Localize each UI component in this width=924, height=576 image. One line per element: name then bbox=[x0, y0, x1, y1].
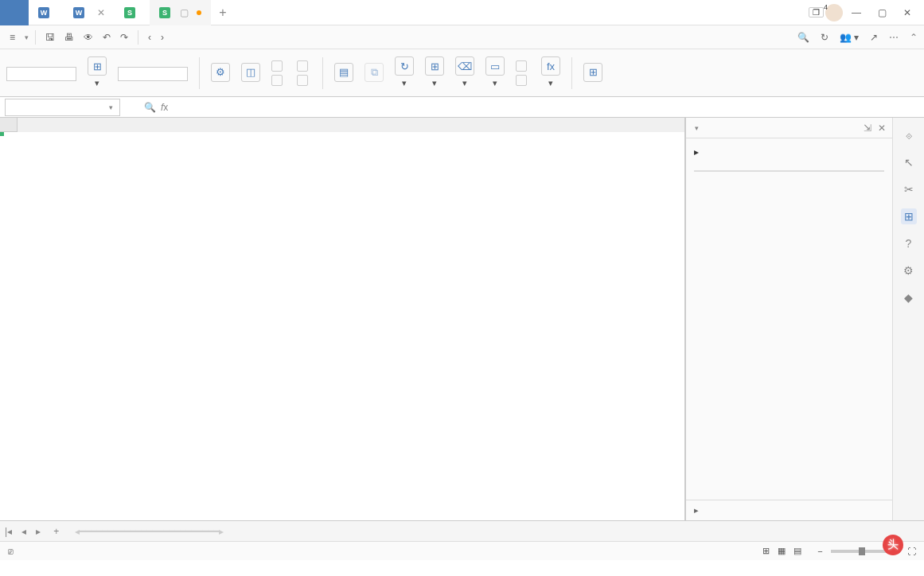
sheet-nav-prev[interactable]: ◂ bbox=[17, 526, 31, 537]
unsync-button[interactable]: ↻ bbox=[821, 32, 828, 43]
view-break-icon[interactable]: ▤ bbox=[793, 546, 801, 556]
redo-icon[interactable]: ↷ bbox=[117, 30, 131, 45]
active-field-input[interactable] bbox=[118, 67, 188, 81]
change-source-button[interactable]: ⊞ ▾ bbox=[425, 56, 444, 88]
side-more-icon[interactable]: ◆ bbox=[901, 290, 917, 306]
fullscreen-icon[interactable]: ⛶ bbox=[907, 547, 916, 556]
menu-icon[interactable]: ≡ bbox=[6, 30, 18, 45]
field-settings-button[interactable]: ⚙ bbox=[211, 63, 230, 84]
undo-icon[interactable]: ↶ bbox=[99, 30, 114, 45]
window-badge[interactable]: ❐4 bbox=[809, 7, 824, 18]
panel-hint bbox=[694, 161, 884, 170]
collapse-ribbon-icon[interactable]: ⌃ bbox=[910, 32, 918, 43]
print-icon[interactable]: 🖶 bbox=[61, 30, 77, 45]
nav-left-icon[interactable]: ‹ bbox=[145, 30, 154, 45]
side-cursor-icon[interactable]: ↖ bbox=[901, 154, 917, 170]
share-button[interactable]: ↗ bbox=[870, 32, 878, 43]
select-all-corner[interactable] bbox=[0, 118, 18, 132]
status-mode-icon: ⎚ bbox=[8, 547, 14, 556]
fx-icon[interactable]: fx bbox=[161, 102, 168, 113]
collapse-field-button[interactable] bbox=[271, 75, 286, 86]
pivot-data-button[interactable]: ⊞ bbox=[583, 63, 602, 84]
coop-button[interactable]: 👥 ▾ bbox=[840, 32, 859, 43]
tab-wb1[interactable]: S bbox=[115, 0, 150, 25]
save-icon[interactable]: 🖫 bbox=[42, 30, 58, 45]
pivot-name-input[interactable] bbox=[6, 67, 76, 81]
side-clip-icon[interactable]: ✂ bbox=[901, 181, 917, 197]
pivot-panel: ▾ ⇲✕ ▸ ▸ bbox=[685, 118, 892, 520]
zoom-slider[interactable] bbox=[831, 550, 887, 553]
hide-button[interactable]: ◫ bbox=[241, 63, 260, 84]
minimize-button[interactable]: — bbox=[844, 3, 868, 22]
refresh-button[interactable]: ↻ ▾ bbox=[395, 56, 414, 88]
fields-items-button[interactable]: fx ▾ bbox=[541, 56, 560, 88]
tab-active[interactable]: S▢ bbox=[150, 0, 211, 25]
pin-icon[interactable]: ⇲ bbox=[864, 123, 871, 134]
move-pivot-button[interactable] bbox=[516, 60, 530, 72]
clear-button[interactable]: ⌫ ▾ bbox=[455, 56, 474, 88]
add-sheet-button[interactable]: + bbox=[45, 526, 67, 537]
view-normal-icon[interactable]: ⊞ bbox=[762, 546, 770, 556]
close-window-button[interactable]: ✕ bbox=[895, 3, 919, 22]
zoom-out-button[interactable]: − bbox=[817, 547, 822, 556]
new-tab-button[interactable]: + bbox=[211, 6, 235, 20]
slicer-button[interactable]: ▤ bbox=[334, 63, 353, 84]
view-page-icon[interactable]: ▦ bbox=[778, 546, 786, 556]
side-gear-icon[interactable]: ⚙ bbox=[901, 263, 917, 278]
nav-right-icon[interactable]: › bbox=[158, 30, 167, 45]
side-help-icon[interactable]: ? bbox=[901, 235, 917, 251]
avatar[interactable] bbox=[825, 4, 843, 21]
close-panel-icon[interactable]: ✕ bbox=[878, 123, 886, 134]
zoom-in-button[interactable]: + bbox=[895, 547, 899, 556]
field-list-title: ▸ bbox=[694, 143, 884, 161]
modified-dot-icon bbox=[197, 10, 201, 15]
sheet-nav-first[interactable]: |◂ bbox=[0, 526, 17, 537]
side-select-icon[interactable]: ⟐ bbox=[901, 127, 917, 143]
maximize-button[interactable]: ▢ bbox=[870, 3, 894, 22]
expand-field-button[interactable] bbox=[271, 60, 286, 72]
sheet-nav-next[interactable]: ▸ bbox=[31, 526, 45, 537]
side-toolbar: ⟐ ↖ ✂ ⊞ ? ⚙ ◆ bbox=[892, 118, 924, 520]
file-menu[interactable]: ▾ bbox=[21, 33, 29, 41]
formula-input[interactable] bbox=[173, 101, 491, 113]
ungroup-button[interactable] bbox=[297, 75, 311, 86]
group-select-button[interactable] bbox=[297, 60, 311, 72]
name-box[interactable]: ▾ bbox=[5, 99, 120, 116]
more-icon[interactable]: ⋯ bbox=[889, 32, 899, 43]
preview-icon[interactable]: 👁 bbox=[80, 30, 96, 45]
close-icon[interactable]: ✕ bbox=[97, 7, 105, 18]
search-fx-icon[interactable]: 🔍 bbox=[144, 102, 156, 113]
screen-icon: ▢ bbox=[180, 7, 189, 18]
filter-conn-button[interactable]: ⧉ bbox=[365, 63, 384, 84]
select-button[interactable]: ▭ ▾ bbox=[485, 56, 505, 88]
tab-home[interactable] bbox=[0, 0, 29, 25]
tab-doc2[interactable]: W✕ bbox=[64, 0, 115, 25]
tab-doc1[interactable]: W bbox=[29, 0, 64, 25]
search-input[interactable]: 🔍 bbox=[797, 32, 809, 43]
side-pivot-icon[interactable]: ⊞ bbox=[901, 208, 917, 224]
options-button[interactable]: ⊞ ▾ bbox=[88, 56, 107, 88]
delete-pivot-button[interactable] bbox=[516, 75, 530, 86]
